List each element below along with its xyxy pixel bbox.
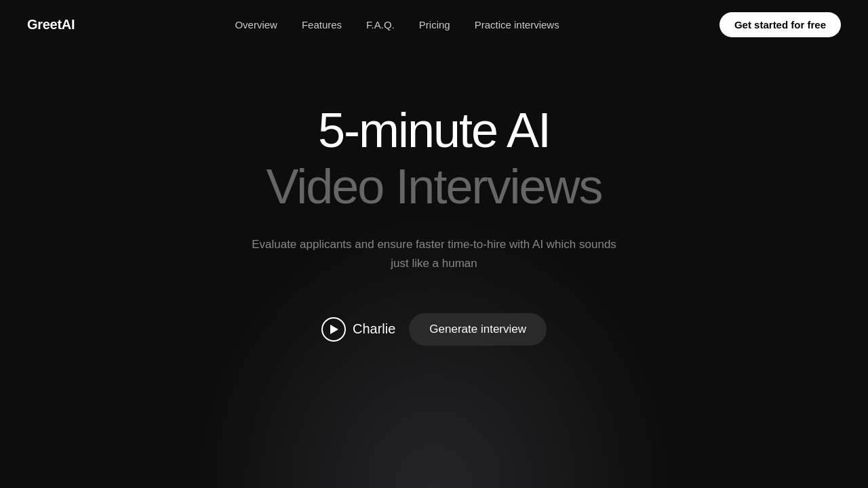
nav-item-practice[interactable]: Practice interviews: [475, 19, 559, 30]
logo[interactable]: GreetAI: [27, 17, 75, 33]
hero-section: 5-minute AI Video Interviews Evaluate ap…: [0, 49, 868, 346]
navbar: GreetAI Overview Features F.A.Q. Pricing…: [0, 0, 868, 49]
charlie-label: Charlie: [353, 321, 395, 337]
play-icon: [321, 317, 346, 342]
nav-item-overview[interactable]: Overview: [235, 19, 277, 30]
nav-item-faq[interactable]: F.A.Q.: [366, 19, 395, 30]
hero-title-line1: 5-minute AI: [267, 104, 602, 157]
charlie-button[interactable]: Charlie: [321, 317, 395, 342]
hero-subtitle: Evaluate applicants and ensure faster ti…: [244, 235, 624, 272]
generate-interview-button[interactable]: Generate interview: [409, 313, 547, 346]
nav-item-features[interactable]: Features: [302, 19, 342, 30]
hero-title: 5-minute AI Video Interviews: [267, 104, 602, 214]
get-started-button[interactable]: Get started for free: [719, 12, 841, 37]
action-row: Charlie Generate interview: [321, 313, 547, 346]
hero-title-line2: Video Interviews: [267, 160, 602, 214]
nav-links: Overview Features F.A.Q. Pricing Practic…: [235, 19, 559, 30]
play-triangle-icon: [330, 325, 338, 334]
nav-item-pricing[interactable]: Pricing: [419, 19, 450, 30]
